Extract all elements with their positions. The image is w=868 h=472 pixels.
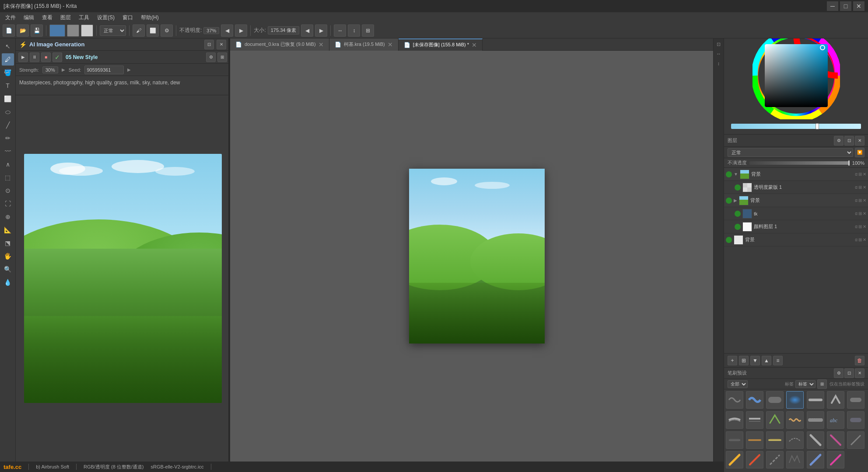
brush-item-24[interactable] [766, 451, 784, 469]
brush-item-22[interactable] [726, 451, 743, 469]
add-group-button[interactable]: ⊞ [739, 356, 749, 365]
layer-properties-button[interactable]: ≡ [773, 356, 783, 365]
layer-down-button[interactable]: ▼ [750, 356, 760, 365]
brush-category-select[interactable]: 全部 [728, 380, 748, 388]
strength-value[interactable]: 30% [42, 66, 58, 73]
brush-item-10[interactable] [766, 411, 784, 429]
fill-tool[interactable]: 🪣 [2, 66, 14, 79]
layer-item-bg-group[interactable]: ▼ 背景 α ⊞ ✕ [724, 168, 868, 181]
pan-tool[interactable]: 🖐 [2, 250, 14, 262]
tab-close-1[interactable]: ✕ [318, 41, 324, 48]
tab-close-3[interactable]: ✕ [472, 42, 477, 49]
add-layer-button[interactable]: + [728, 356, 737, 365]
ai-stop-button[interactable]: ■ [41, 52, 51, 62]
selection-tool[interactable]: ⬚ [2, 171, 14, 184]
ai-expand-button[interactable]: ⊞ [217, 52, 227, 62]
layer-action-delete-5[interactable]: ✕ [863, 224, 866, 229]
layer-item-bg-group2[interactable]: ▶ 背景 α ⊞ ✕ [724, 194, 868, 207]
brush-item-8[interactable] [726, 411, 743, 429]
crop-tool[interactable]: ⛶ [2, 198, 14, 210]
layer-mode-select[interactable]: 正常 溶解 正片叠底 [728, 148, 853, 157]
layer-action-merge-5[interactable]: ⊞ [858, 224, 862, 229]
brush-item-25[interactable] [786, 451, 804, 469]
brush-item-26[interactable] [807, 451, 824, 469]
ai-resize-handle[interactable] [228, 38, 230, 462]
color-bg-button[interactable] [67, 24, 79, 37]
size-value[interactable]: 175.34 像素 [268, 26, 300, 35]
layer-filter-btn[interactable]: 🔽 [855, 148, 864, 157]
brushes-settings-btn[interactable]: ⚙ [834, 368, 844, 378]
layer-action-merge-1[interactable]: ⊞ [858, 172, 862, 177]
ai-play-button[interactable]: ▶ [18, 52, 28, 62]
mirror-v-button[interactable]: ↕ [348, 24, 360, 37]
opacity-down[interactable]: ◀ [221, 24, 233, 37]
brush-item-6[interactable] [827, 391, 844, 409]
brushes-view-toggle[interactable]: ⊞ [817, 379, 827, 389]
brush-item-9[interactable] [746, 411, 763, 429]
layer-action-merge-2[interactable]: ⊞ [858, 185, 862, 190]
brush-tool[interactable]: 🖊 [2, 53, 14, 66]
layer-action-delete-2[interactable]: ✕ [863, 185, 866, 190]
opacity-value[interactable]: 37% [203, 27, 219, 34]
brush-item-16[interactable] [746, 431, 763, 449]
canvas-area[interactable] [230, 51, 724, 462]
menu-window[interactable]: 窗口 [119, 13, 136, 22]
layer-action-delete-4[interactable]: ✕ [863, 211, 866, 216]
layers-panel-settings[interactable]: ⚙ [834, 136, 844, 146]
tab-dog[interactable]: 📄 柯基.kra (19.5 MiB) ✕ [329, 38, 399, 51]
layer-item-paint1[interactable]: 颜料图层 1 α ⊞ ✕ [724, 220, 868, 233]
delete-layer-button[interactable]: 🗑 [855, 356, 864, 365]
eraser-button[interactable]: ⬜ [147, 24, 159, 37]
strength-settings[interactable]: ▶ [62, 67, 65, 72]
menu-layer[interactable]: 图层 [57, 13, 74, 22]
tab-document0[interactable]: 📄 document_0.kra 已恢复 (9.0 MiB) ✕ [230, 38, 329, 51]
layer-action-merge-3[interactable]: ⊞ [858, 198, 862, 203]
brush-item-14[interactable] [847, 411, 864, 429]
color-alt-button[interactable] [81, 24, 93, 37]
zoom-tool[interactable]: 🔍 [2, 263, 14, 275]
open-file-button[interactable]: 📂 [17, 24, 29, 37]
brush-item-13[interactable]: abc [827, 411, 844, 429]
size-up[interactable]: ▶ [315, 24, 327, 37]
brush-settings-button[interactable]: ⚙ [161, 24, 173, 37]
layer-vis-4[interactable] [735, 211, 741, 217]
save-file-button[interactable]: 💾 [31, 24, 43, 37]
ellipse-tool[interactable]: ⬭ [2, 106, 14, 118]
measure-tool[interactable]: ⬔ [2, 237, 14, 249]
layer-expand-3[interactable]: ▶ [734, 198, 737, 203]
brush-item-18[interactable] [786, 431, 804, 449]
layer-item-mask[interactable]: 透明度蒙版 1 α ⊞ ✕ [724, 181, 868, 194]
menu-edit[interactable]: 编辑 [20, 13, 38, 22]
hue-slider[interactable] [731, 124, 861, 129]
rp-icon-2[interactable]: ↔ [715, 50, 723, 58]
lasso-tool[interactable]: ⊙ [2, 184, 14, 197]
brush-item-3[interactable] [766, 391, 784, 409]
minimize-button[interactable]: ─ [827, 1, 838, 11]
opacity-up[interactable]: ▶ [235, 24, 247, 37]
layer-vis-6[interactable] [726, 237, 732, 243]
layers-panel-float[interactable]: ⊡ [844, 136, 854, 146]
brush-item-20[interactable] [827, 431, 844, 449]
symmetry-button[interactable]: ⊞ [362, 24, 374, 37]
brush-item-21[interactable] [847, 431, 864, 449]
layer-action-alpha-1[interactable]: α [855, 172, 858, 177]
layer-action-delete-1[interactable]: ✕ [863, 172, 866, 177]
brushes-close-btn[interactable]: ✕ [855, 368, 864, 378]
brush-item-5[interactable] [807, 391, 824, 409]
brush-item-7[interactable] [847, 391, 864, 409]
opacity-slider[interactable] [749, 161, 850, 165]
ai-panel-close-button[interactable]: ✕ [217, 40, 226, 49]
brush-item-4[interactable] [786, 391, 804, 409]
polyline-tool[interactable]: ∧ [2, 158, 14, 170]
brush-item-1[interactable] [726, 391, 743, 409]
layer-action-alpha-4[interactable]: α [855, 211, 858, 216]
ruler-tool[interactable]: 📐 [2, 224, 14, 236]
ai-panel-float-button[interactable]: ⊡ [204, 40, 214, 49]
shape-tool[interactable]: ⬜ [2, 93, 14, 105]
layer-action-alpha-5[interactable]: α [855, 224, 858, 229]
layer-expand-1[interactable]: ▼ [734, 172, 738, 177]
brush-item-15[interactable] [726, 431, 743, 449]
layer-action-merge-4[interactable]: ⊞ [858, 211, 862, 216]
text-tool[interactable]: T [2, 80, 14, 92]
layer-action-alpha-3[interactable]: α [855, 198, 858, 203]
